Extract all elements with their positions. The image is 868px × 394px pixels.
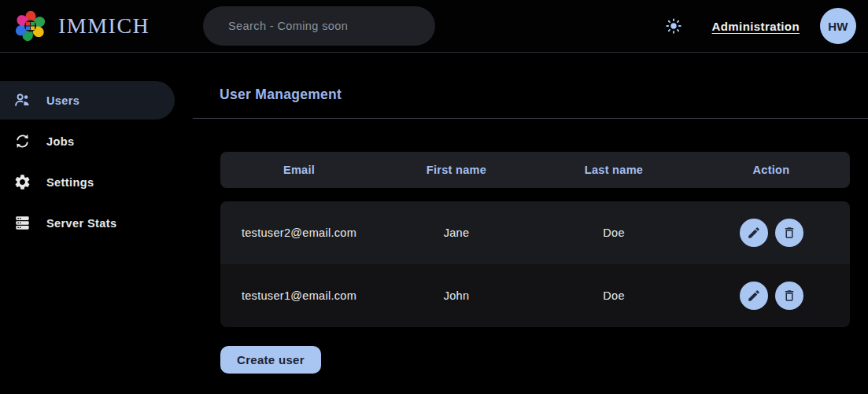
- edit-pencil-icon: [747, 226, 761, 240]
- sync-icon: [13, 132, 31, 150]
- users-icon: [13, 91, 31, 109]
- cell-last-name: Doe: [535, 289, 693, 302]
- immich-flower-logo: [13, 9, 49, 43]
- theme-toggle-button[interactable]: [662, 14, 685, 38]
- title-divider: [193, 118, 868, 119]
- cell-email: testuser1@email.com: [220, 289, 378, 302]
- sidebar-item-label: Server Stats: [46, 217, 116, 230]
- main-content: User Management Email First name Last na…: [193, 53, 868, 393]
- sidebar-item-users[interactable]: Users: [0, 81, 175, 120]
- sidebar-item-label: Settings: [46, 176, 94, 189]
- table-body: testuser2@email.com Jane Doe: [220, 201, 850, 327]
- table-row: testuser1@email.com John Doe: [220, 264, 850, 327]
- sidebar-item-label: Jobs: [46, 135, 74, 148]
- page-title: User Management: [220, 87, 868, 103]
- user-table: Email First name Last name Action testus…: [220, 152, 850, 327]
- create-user-button[interactable]: Create user: [220, 346, 321, 374]
- edit-user-button[interactable]: [740, 219, 768, 247]
- edit-pencil-icon: [747, 289, 761, 303]
- cell-actions: [693, 282, 850, 310]
- brand-name: IMMICH: [58, 13, 150, 39]
- delete-user-button[interactable]: [775, 282, 803, 310]
- cell-first-name: Jane: [378, 226, 535, 239]
- sidebar-item-label: Users: [46, 94, 79, 107]
- app-header: IMMICH Search - Coming soon Administrati…: [0, 0, 868, 53]
- sidebar: Users Jobs Settings: [0, 53, 193, 393]
- sun-icon: [665, 17, 682, 35]
- server-icon: [13, 214, 31, 232]
- table-row: testuser2@email.com Jane Doe: [220, 201, 850, 264]
- gear-icon: [13, 173, 31, 191]
- cell-actions: [693, 219, 850, 247]
- delete-trash-icon: [782, 289, 796, 303]
- table-header-row: Email First name Last name Action: [220, 152, 850, 188]
- column-header-action: Action: [693, 164, 850, 176]
- brand[interactable]: IMMICH: [13, 9, 203, 43]
- column-header-first-name: First name: [378, 164, 535, 176]
- sidebar-item-settings[interactable]: Settings: [0, 163, 175, 201]
- administration-link[interactable]: Administration: [712, 20, 800, 33]
- cell-last-name: Doe: [535, 226, 693, 239]
- column-header-email: Email: [220, 164, 378, 176]
- cell-first-name: John: [378, 289, 535, 302]
- edit-user-button[interactable]: [740, 282, 768, 310]
- delete-user-button[interactable]: [775, 219, 803, 247]
- search-input[interactable]: Search - Coming soon: [203, 6, 435, 46]
- sidebar-item-jobs[interactable]: Jobs: [0, 122, 175, 160]
- delete-trash-icon: [782, 226, 796, 240]
- cell-email: testuser2@email.com: [220, 226, 378, 239]
- sidebar-item-server-stats[interactable]: Server Stats: [0, 204, 175, 242]
- header-right: Administration HW: [662, 8, 856, 44]
- column-header-last-name: Last name: [535, 164, 693, 176]
- avatar[interactable]: HW: [820, 8, 856, 44]
